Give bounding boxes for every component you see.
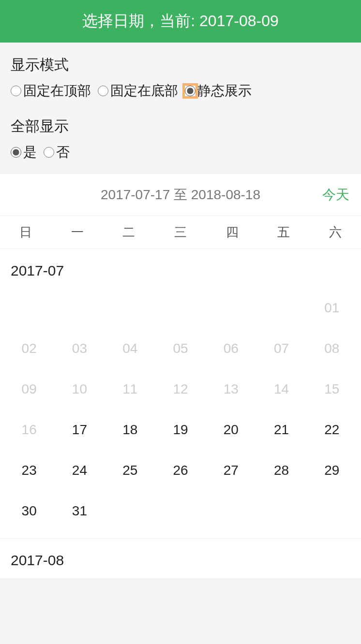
- header-bar: 选择日期，当前: 2017-08-09: [0, 0, 361, 43]
- day-cell-empty: [256, 300, 306, 318]
- day-cell: 08: [307, 341, 357, 358]
- day-cell: 13: [206, 381, 256, 399]
- display-mode-option-label: 固定在底部: [110, 82, 178, 100]
- display-mode-option-label: 静态展示: [197, 82, 252, 100]
- display-mode-option[interactable]: 固定在顶部: [11, 82, 91, 100]
- day-cell-empty: [54, 300, 105, 318]
- weekday-cell: 日: [0, 216, 52, 249]
- show-all-option[interactable]: 否: [44, 143, 70, 161]
- show-all-radio[interactable]: [11, 147, 21, 158]
- month-label: 2017-07: [0, 249, 361, 289]
- display-mode-options: 固定在顶部固定在底部静态展示: [11, 82, 350, 100]
- day-cell[interactable]: 27: [206, 463, 256, 480]
- day-cell: 07: [256, 341, 306, 358]
- weekday-cell: 三: [155, 216, 207, 249]
- day-cell: 15: [307, 381, 357, 399]
- weekday-cell: 二: [103, 216, 155, 249]
- day-cell[interactable]: 23: [4, 463, 54, 480]
- day-cell[interactable]: 17: [54, 422, 105, 439]
- day-cell-empty: [105, 300, 155, 318]
- day-cell[interactable]: 19: [155, 422, 206, 439]
- day-cell: 06: [206, 341, 256, 358]
- day-cell: 09: [4, 381, 54, 399]
- display-mode-radio[interactable]: [185, 86, 196, 96]
- months-container: 2017-07010203040506070809101112131415161…: [0, 249, 361, 578]
- day-cell[interactable]: 29: [307, 463, 357, 480]
- weekday-cell: 一: [52, 216, 104, 249]
- day-cell[interactable]: 22: [307, 422, 357, 439]
- weekday-cell: 六: [309, 216, 361, 249]
- day-cell[interactable]: 21: [256, 422, 306, 439]
- show-all-group: 全部显示 是否: [11, 117, 350, 161]
- day-cell: 05: [155, 341, 206, 358]
- day-cell: 12: [155, 381, 206, 399]
- today-button[interactable]: 今天: [322, 186, 349, 204]
- day-cell: 11: [105, 381, 155, 399]
- settings-panel: 显示模式 固定在顶部固定在底部静态展示 全部显示 是否: [0, 43, 361, 174]
- day-cell[interactable]: 25: [105, 463, 155, 480]
- day-cell[interactable]: 26: [155, 463, 206, 480]
- display-mode-title: 显示模式: [11, 55, 350, 75]
- days-grid: 0102030405060708091011121314151617181920…: [0, 289, 361, 538]
- show-all-option[interactable]: 是: [11, 143, 37, 161]
- day-cell: 10: [54, 381, 105, 399]
- display-mode-option[interactable]: 固定在底部: [98, 82, 178, 100]
- day-cell-empty: [206, 300, 256, 318]
- display-mode-option[interactable]: 静态展示: [185, 82, 252, 100]
- day-cell: 04: [105, 341, 155, 358]
- day-cell[interactable]: 30: [4, 503, 54, 521]
- day-cell: 02: [4, 341, 54, 358]
- day-cell-empty: [4, 300, 54, 318]
- day-cell[interactable]: 20: [206, 422, 256, 439]
- show-all-options: 是否: [11, 143, 350, 161]
- header-title: 选择日期，当前: 2017-08-09: [82, 12, 278, 29]
- calendar-range-text: 2017-07-17 至 2018-08-18: [101, 186, 260, 204]
- month-label: 2017-08: [0, 539, 361, 578]
- weekday-header: 日一二三四五六: [0, 216, 361, 249]
- day-cell-empty: [155, 300, 206, 318]
- display-mode-radio[interactable]: [11, 86, 21, 96]
- day-cell[interactable]: 18: [105, 422, 155, 439]
- show-all-title: 全部显示: [11, 117, 350, 136]
- day-cell: 16: [4, 422, 54, 439]
- show-all-radio[interactable]: [44, 147, 54, 158]
- show-all-option-label: 是: [23, 143, 37, 161]
- weekday-cell: 四: [206, 216, 258, 249]
- weekday-cell: 五: [258, 216, 310, 249]
- display-mode-group: 显示模式 固定在顶部固定在底部静态展示: [11, 55, 350, 100]
- day-cell: 03: [54, 341, 105, 358]
- calendar-range-bar: 2017-07-17 至 2018-08-18 今天: [0, 174, 361, 216]
- month-section: 2017-08: [0, 539, 361, 578]
- month-section: 2017-07010203040506070809101112131415161…: [0, 249, 361, 539]
- display-mode-radio[interactable]: [98, 86, 108, 96]
- day-cell: 01: [307, 300, 357, 318]
- day-cell[interactable]: 24: [54, 463, 105, 480]
- show-all-option-label: 否: [56, 143, 70, 161]
- day-cell[interactable]: 31: [54, 503, 105, 521]
- day-cell: 14: [256, 381, 306, 399]
- display-mode-option-label: 固定在顶部: [23, 82, 91, 100]
- day-cell[interactable]: 28: [256, 463, 306, 480]
